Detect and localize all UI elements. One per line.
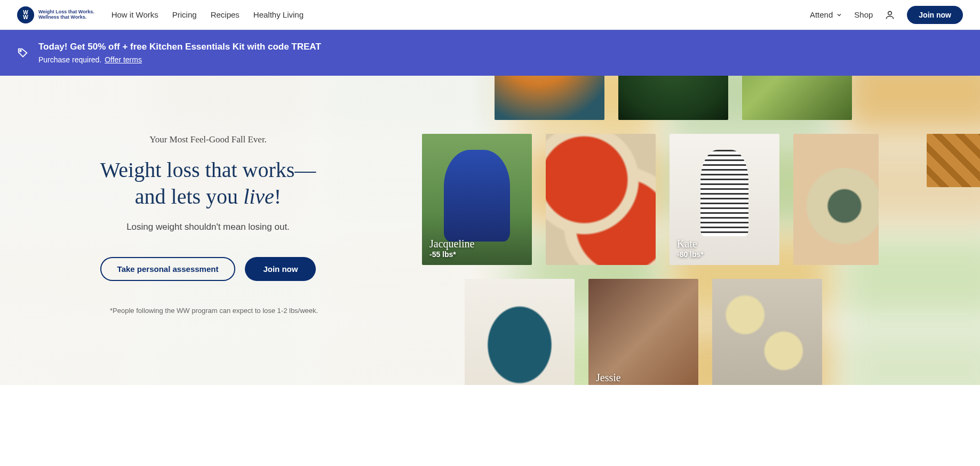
nav-how-it-works[interactable]: How it Works: [111, 10, 158, 19]
nav-pricing[interactable]: Pricing: [172, 10, 197, 19]
food-tile: [793, 134, 879, 265]
nav-main: How it Works Pricing Recipes Healthy Liv…: [111, 10, 304, 19]
take-assessment-button[interactable]: Take personal assessment: [100, 257, 236, 281]
food-tile: [927, 134, 980, 187]
promo-headline: Today! Get 50% off + free Kitchen Essent…: [38, 42, 321, 52]
svg-point-0: [888, 11, 892, 15]
hero-heading: Weight loss that works— and lets you liv…: [32, 157, 384, 210]
hero: Your Most Feel-Good Fall Ever. Weight lo…: [0, 76, 980, 385]
testimonial-tile-kate: Kate-80 lbs*: [670, 134, 779, 265]
hero-text: Your Most Feel-Good Fall Ever. Weight lo…: [0, 76, 416, 385]
logo[interactable]: WW Weight Loss that Works. Wellness that…: [17, 6, 94, 23]
offer-terms-link[interactable]: Offer terms: [105, 55, 142, 64]
user-icon[interactable]: [885, 10, 895, 20]
header: WW Weight Loss that Works. Wellness that…: [0, 0, 980, 30]
food-tile: [546, 134, 656, 265]
testimonial-tile-jacqueline: Jacqueline-55 lbs*: [422, 134, 532, 265]
logo-tagline: Weight Loss that Works. Wellness that Wo…: [38, 10, 94, 20]
gallery: Jacqueline-55 lbs* Kate-80 lbs* Jessie-4…: [415, 76, 980, 385]
food-tile: [495, 76, 604, 120]
promo-banner[interactable]: Today! Get 50% off + free Kitchen Essent…: [0, 30, 980, 76]
tag-icon: [17, 47, 29, 59]
chevron-down-icon: [836, 12, 842, 18]
nav-recipes[interactable]: Recipes: [211, 10, 240, 19]
food-tile: [712, 279, 822, 385]
hero-disclaimer: *People following the WW program can exp…: [32, 307, 384, 315]
food-tile: [465, 279, 575, 385]
food-tile: [618, 76, 728, 120]
cta-row: Take personal assessment Join now: [32, 257, 384, 281]
promo-sub: Purchase required. Offer terms: [38, 55, 321, 64]
testimonial-tile-jessie: Jessie-49 lbs*: [588, 279, 698, 385]
svg-point-1: [20, 50, 21, 52]
hero-eyebrow: Your Most Feel-Good Fall Ever.: [32, 134, 384, 145]
food-tile: [742, 76, 852, 120]
join-now-button-hero[interactable]: Join now: [245, 257, 316, 281]
join-now-button-header[interactable]: Join now: [907, 6, 963, 24]
nav-healthy-living[interactable]: Healthy Living: [253, 10, 304, 19]
nav-shop[interactable]: Shop: [854, 10, 873, 19]
hero-sub: Losing weight shouldn't mean losing out.: [32, 222, 384, 232]
nav-attend[interactable]: Attend: [810, 10, 842, 19]
nav-right: Attend Shop Join now: [810, 6, 963, 24]
logo-mark: WW: [17, 6, 34, 23]
